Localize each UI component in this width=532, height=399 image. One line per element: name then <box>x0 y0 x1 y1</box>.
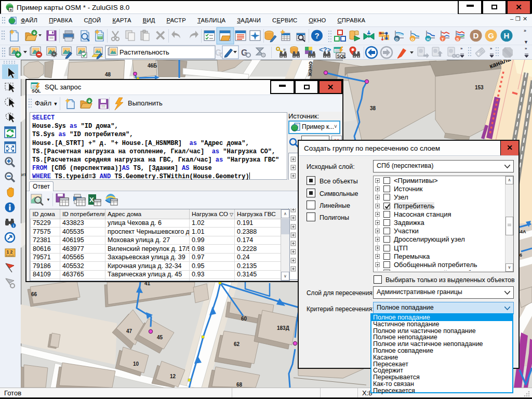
svg-text:»: » <box>525 46 527 51</box>
svg-text:G: G <box>488 31 494 40</box>
svg-text:»: » <box>490 46 493 51</box>
svg-text:38: 38 <box>370 105 376 111</box>
svg-text:T: T <box>442 37 444 42</box>
svg-text:▼: ▼ <box>524 39 528 45</box>
svg-text:?: ? <box>314 31 319 40</box>
svg-text:153: 153 <box>475 85 484 90</box>
svg-text:онеж: онеж <box>307 61 314 77</box>
svg-text:48: 48 <box>105 72 111 77</box>
svg-text:D: D <box>473 31 479 40</box>
svg-text:H: H <box>504 31 510 40</box>
svg-text:S: S <box>456 37 459 42</box>
svg-text:=: = <box>283 47 286 52</box>
svg-text:68: 68 <box>236 382 243 388</box>
svg-text:SQL: SQL <box>337 54 346 59</box>
svg-text:10: 10 <box>133 361 139 367</box>
svg-text:45: 45 <box>157 335 163 340</box>
svg-text:Растительность: Растительность <box>119 48 169 56</box>
svg-text:D: D <box>395 37 398 42</box>
svg-text:12: 12 <box>170 374 176 379</box>
svg-text:G: G <box>411 37 414 42</box>
svg-text:183Д: 183Д <box>277 325 289 331</box>
svg-text:66: 66 <box>31 291 37 297</box>
svg-text:»: » <box>524 28 526 33</box>
svg-text:60: 60 <box>241 316 247 322</box>
svg-text:46Б: 46Б <box>148 63 157 69</box>
svg-text:47: 47 <box>126 328 132 334</box>
svg-text:H: H <box>427 37 430 42</box>
svg-text:62: 62 <box>234 341 240 347</box>
svg-text:SQL: SQL <box>32 88 41 93</box>
svg-text:i: i <box>13 224 14 228</box>
svg-text:X: X <box>89 196 94 204</box>
svg-text:8: 8 <box>10 8 12 11</box>
svg-text:»: » <box>460 46 463 51</box>
svg-text:1 2: 1 2 <box>7 249 13 255</box>
